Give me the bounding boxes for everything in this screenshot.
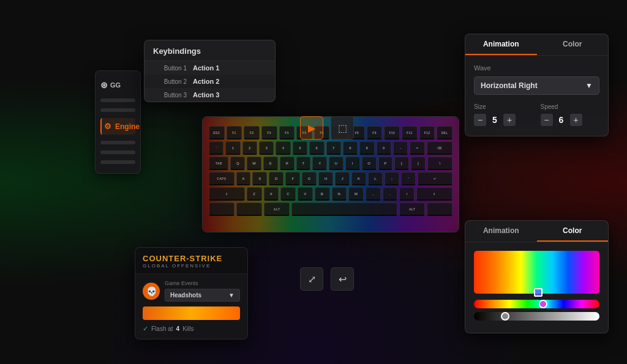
key-b[interactable]: B bbox=[315, 187, 330, 201]
hue-slider[interactable] bbox=[474, 300, 599, 308]
key-tab[interactable]: TAB bbox=[209, 157, 228, 170]
key-caps[interactable]: CAPS bbox=[209, 172, 235, 185]
brightness-handle[interactable] bbox=[501, 312, 509, 321]
key-w[interactable]: W bbox=[247, 157, 261, 170]
key-f2[interactable]: F2 bbox=[244, 126, 260, 139]
key-a[interactable]: A bbox=[236, 172, 251, 185]
key-slash[interactable]: / bbox=[399, 187, 415, 201]
key-m[interactable]: M bbox=[348, 187, 364, 201]
key-f12[interactable]: F12 bbox=[419, 126, 435, 139]
tab-color-anim[interactable]: Color bbox=[537, 34, 609, 55]
key-rctrl[interactable] bbox=[427, 202, 452, 216]
key-z[interactable]: Z bbox=[247, 187, 262, 201]
key-backslash[interactable]: \ bbox=[427, 157, 452, 170]
key-2[interactable]: 2 bbox=[242, 141, 257, 155]
key-6[interactable]: 6 bbox=[309, 141, 324, 155]
key-1[interactable]: 1 bbox=[225, 141, 240, 155]
color-gradient-picker[interactable] bbox=[474, 251, 599, 294]
key-rshift[interactable]: ⇧ bbox=[416, 187, 452, 201]
key-space[interactable] bbox=[291, 202, 397, 216]
key-f1[interactable]: F1 bbox=[227, 126, 242, 139]
key-g[interactable]: G bbox=[302, 172, 317, 185]
key-del[interactable]: DEL bbox=[437, 126, 452, 139]
key-f11[interactable]: F11 bbox=[402, 126, 418, 139]
tab-animation[interactable]: Animation bbox=[465, 34, 537, 55]
key-quote[interactable]: ' bbox=[401, 172, 416, 185]
key-ralt[interactable]: ALT bbox=[399, 202, 425, 216]
key-o[interactable]: O bbox=[362, 157, 377, 170]
key-period[interactable]: . bbox=[383, 187, 398, 201]
key-f4[interactable]: F4 bbox=[279, 126, 295, 139]
key-s[interactable]: S bbox=[252, 172, 267, 185]
key-h[interactable]: H bbox=[318, 172, 333, 185]
cursor-tool-button[interactable]: ▶ bbox=[300, 116, 323, 139]
key-8[interactable]: 8 bbox=[343, 141, 358, 155]
key-comma[interactable]: , bbox=[366, 187, 381, 201]
key-esc[interactable]: ESC bbox=[209, 126, 225, 139]
key-enter[interactable]: ↵ bbox=[418, 172, 452, 185]
key-v[interactable]: V bbox=[298, 187, 313, 201]
size-plus-button[interactable]: + bbox=[503, 114, 516, 126]
key-f10[interactable]: F10 bbox=[384, 126, 400, 139]
speed-minus-button[interactable]: − bbox=[541, 114, 553, 126]
select-tool-button[interactable]: ⬚ bbox=[331, 116, 354, 139]
sidebar-bar-4[interactable] bbox=[100, 150, 135, 154]
key-backspace[interactable]: ⌫ bbox=[427, 141, 452, 155]
key-q[interactable]: Q bbox=[230, 157, 245, 170]
undo-tool-button[interactable]: ↩ bbox=[331, 267, 354, 291]
sidebar-bar-5[interactable] bbox=[100, 160, 135, 164]
key-t[interactable]: T bbox=[296, 157, 311, 170]
key-c[interactable]: C bbox=[280, 187, 296, 201]
key-e[interactable]: E bbox=[263, 157, 278, 170]
key-7[interactable]: 7 bbox=[326, 141, 341, 155]
brightness-slider[interactable] bbox=[474, 312, 599, 321]
key-l[interactable]: L bbox=[368, 172, 383, 185]
tab-color[interactable]: Color bbox=[537, 221, 609, 242]
key-5[interactable]: 5 bbox=[293, 141, 307, 155]
key-minus[interactable]: - bbox=[393, 141, 408, 155]
key-f9[interactable]: F9 bbox=[367, 126, 383, 139]
expand-tool-button[interactable]: ⤢ bbox=[300, 267, 323, 291]
keybinding-row-3[interactable]: Button 3 Action 3 bbox=[145, 88, 275, 102]
key-i[interactable]: I bbox=[345, 157, 360, 170]
key-lalt[interactable]: ALT bbox=[264, 202, 290, 216]
keybinding-row-2[interactable]: Button 2 Action 2 bbox=[145, 75, 275, 88]
key-f3[interactable]: F3 bbox=[261, 126, 277, 139]
cs-event-dropdown[interactable]: Headshots ▼ bbox=[165, 289, 240, 302]
key-p[interactable]: P bbox=[378, 157, 393, 170]
key-rbracket[interactable]: ] bbox=[411, 157, 426, 170]
tab-animation-color[interactable]: Animation bbox=[465, 221, 537, 242]
key-semicolon[interactable]: ; bbox=[385, 172, 399, 185]
sidebar-engine-item[interactable]: ⚙ Engine bbox=[100, 118, 135, 135]
key-n[interactable]: N bbox=[332, 187, 347, 201]
size-minus-button[interactable]: − bbox=[474, 114, 486, 126]
key-equals[interactable]: = bbox=[410, 141, 424, 155]
key-j[interactable]: J bbox=[335, 172, 350, 185]
sidebar-bar-1[interactable] bbox=[100, 98, 135, 102]
hue-handle[interactable] bbox=[539, 300, 547, 308]
color-tab-bar: Animation Color bbox=[465, 221, 608, 242]
color-pick-handle[interactable] bbox=[534, 288, 543, 297]
animation-dropdown[interactable]: Horizontal Right ▼ bbox=[474, 76, 599, 95]
key-f[interactable]: F bbox=[285, 172, 300, 185]
key-d[interactable]: D bbox=[269, 172, 283, 185]
key-tilde[interactable]: ` bbox=[209, 141, 223, 155]
key-u[interactable]: U bbox=[329, 157, 344, 170]
animation-panel: Animation Color Wave Horizontal Right ▼ … bbox=[465, 34, 609, 136]
key-9[interactable]: 9 bbox=[359, 141, 374, 155]
speed-plus-button[interactable]: + bbox=[570, 114, 582, 126]
key-3[interactable]: 3 bbox=[259, 141, 274, 155]
key-ctrl[interactable] bbox=[236, 202, 262, 216]
key-lshift[interactable]: ⇧ bbox=[209, 187, 245, 201]
keybinding-row-1[interactable]: Button 1 Action 1 bbox=[145, 61, 275, 75]
key-k[interactable]: K bbox=[351, 172, 366, 185]
key-x[interactable]: X bbox=[264, 187, 279, 201]
key-fn[interactable] bbox=[209, 202, 235, 216]
sidebar-bar-2[interactable] bbox=[100, 108, 135, 112]
key-r[interactable]: R bbox=[280, 157, 295, 170]
key-4[interactable]: 4 bbox=[276, 141, 290, 155]
key-y[interactable]: Y bbox=[312, 157, 327, 170]
key-lbracket[interactable]: [ bbox=[394, 157, 409, 170]
key-0[interactable]: 0 bbox=[377, 141, 391, 155]
sidebar-bar-3[interactable] bbox=[100, 141, 135, 144]
